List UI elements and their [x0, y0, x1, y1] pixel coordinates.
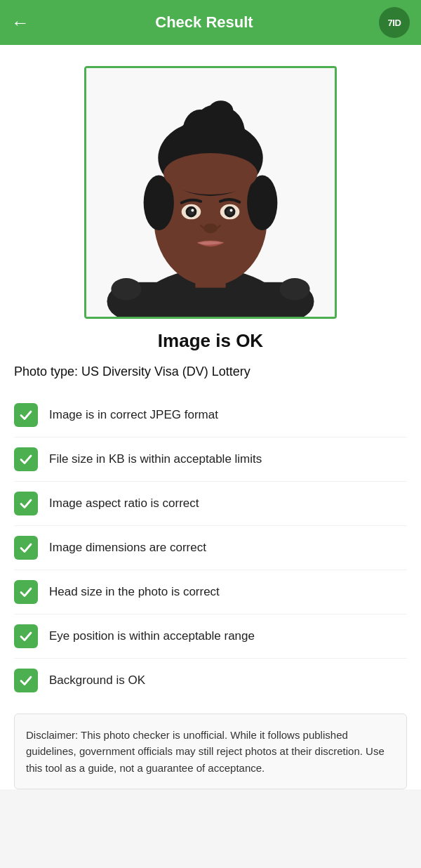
check-text-aspect: Image aspect ratio is correct — [49, 496, 199, 511]
photo-type-label: Photo type: US Diversity Visa (DV) Lotte… — [14, 364, 407, 379]
svg-point-18 — [188, 209, 195, 216]
back-button[interactable]: ← — [11, 12, 29, 34]
check-item-eyepos: Eye position is within acceptable range — [14, 614, 407, 659]
check-item-headsize: Head size in the photo is correct — [14, 570, 407, 614]
check-text-headsize: Head size in the photo is correct — [49, 584, 220, 600]
check-item-background: Background is OK — [14, 659, 407, 702]
check-text-jpeg: Image is in correct JPEG format — [49, 407, 218, 423]
app-logo: 7ID — [379, 7, 410, 38]
svg-point-21 — [230, 209, 233, 212]
result-title: Image is OK — [14, 330, 407, 352]
svg-point-20 — [191, 209, 194, 212]
svg-point-10 — [208, 100, 233, 121]
app-header: ← Check Result 7ID — [0, 0, 421, 45]
check-text-eyepos: Eye position is within acceptable range — [49, 629, 255, 644]
disclaimer-box: Disclaimer: This photo checker is unoffi… — [14, 714, 407, 789]
svg-point-26 — [279, 278, 309, 300]
check-text-dimensions: Image dimensions are correct — [49, 540, 206, 555]
svg-point-19 — [227, 209, 234, 216]
check-text-background: Background is OK — [49, 673, 145, 688]
check-item-dimensions: Image dimensions are correct — [14, 526, 407, 570]
check-icon-background — [14, 669, 38, 692]
main-content: Image is OK Photo type: US Diversity Vis… — [0, 45, 421, 789]
svg-point-13 — [163, 153, 258, 195]
check-icon-dimensions — [14, 536, 38, 560]
photo-wrapper — [14, 59, 407, 330]
check-text-filesize: File size in KB is within acceptable lim… — [49, 452, 262, 467]
check-item-filesize: File size in KB is within acceptable lim… — [14, 438, 407, 482]
check-item-aspect: Image aspect ratio is correct — [14, 482, 407, 526]
check-icon-aspect — [14, 492, 38, 515]
check-icon-jpeg — [14, 403, 38, 427]
page-title: Check Result — [155, 13, 253, 32]
check-list: Image is in correct JPEG format File siz… — [14, 393, 407, 702]
photo-frame — [84, 66, 337, 319]
passport-photo — [86, 68, 335, 317]
disclaimer-text: Disclaimer: This photo checker is unoffi… — [26, 727, 395, 776]
check-item-jpeg: Image is in correct JPEG format — [14, 393, 407, 438]
check-icon-filesize — [14, 447, 38, 471]
check-icon-eyepos — [14, 624, 38, 648]
svg-point-25 — [111, 278, 141, 300]
check-icon-headsize — [14, 580, 38, 604]
